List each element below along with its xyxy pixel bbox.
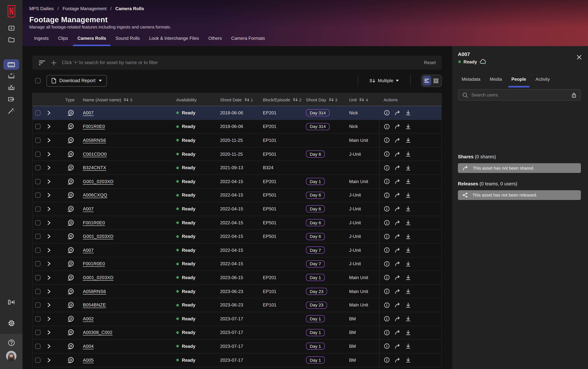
sidebar-item-player[interactable] <box>0 24 22 32</box>
column-header-day[interactable]: Shoot Day3 <box>299 97 341 102</box>
share-button[interactable] <box>394 302 400 308</box>
asset-name-link[interactable]: A00308_C002 <box>83 330 112 335</box>
chevron-right-icon[interactable] <box>47 165 51 171</box>
filter-lines-icon[interactable] <box>39 60 45 65</box>
share-button[interactable] <box>394 206 400 212</box>
row-checkbox[interactable] <box>35 247 40 253</box>
tab-sound-rolls[interactable]: Sound Rolls <box>116 36 140 46</box>
download-button[interactable] <box>405 151 411 157</box>
add-filter-icon[interactable] <box>51 60 57 65</box>
share-button[interactable] <box>394 247 400 253</box>
asset-name-link[interactable]: A007 <box>83 247 94 253</box>
download-button[interactable] <box>405 343 411 349</box>
share-button[interactable] <box>394 316 400 321</box>
sort-dropdown[interactable]: Multiple <box>369 78 399 83</box>
table-row[interactable]: G001_0203XD Ready 2022-04-15 EP501 Day 6… <box>33 230 441 244</box>
reset-button[interactable]: Reset <box>424 60 436 65</box>
column-header-ep[interactable]: Block/Episode2 <box>256 97 299 102</box>
breadcrumb-item[interactable]: MPS Dailies <box>29 6 54 11</box>
select-all-checkbox[interactable] <box>35 78 40 83</box>
info-button[interactable] <box>384 138 389 143</box>
chevron-right-icon[interactable] <box>47 110 51 115</box>
breadcrumb-item[interactable]: Footage Management <box>62 6 107 11</box>
download-button[interactable] <box>405 220 411 226</box>
row-checkbox[interactable] <box>35 330 40 335</box>
row-checkbox[interactable] <box>35 358 40 363</box>
info-button[interactable] <box>384 288 389 294</box>
info-button[interactable] <box>384 316 389 322</box>
table-row[interactable]: A007 Ready 2022-04-15 EP501 Day 6 J-Unit <box>33 202 441 216</box>
chevron-right-icon[interactable] <box>47 358 51 363</box>
download-button[interactable] <box>405 179 411 184</box>
share-button[interactable] <box>394 179 400 184</box>
table-row[interactable]: A058RNS6 Ready 2023-06-23 EP101 Day 23 M… <box>33 285 441 298</box>
chevron-right-icon[interactable] <box>47 193 51 198</box>
row-checkbox[interactable] <box>35 179 40 184</box>
info-button[interactable] <box>384 220 389 226</box>
asset-name-link[interactable]: G001_0203XD <box>83 179 113 184</box>
chevron-right-icon[interactable] <box>47 179 51 184</box>
asset-search-bar[interactable]: Click '+' to search for asset by name or… <box>32 56 442 70</box>
row-checkbox[interactable] <box>35 124 40 129</box>
tab-look-interchange-files[interactable]: Look & Interchange Files <box>149 36 199 46</box>
info-button[interactable] <box>384 165 389 171</box>
row-checkbox[interactable] <box>35 110 40 115</box>
row-checkbox[interactable] <box>35 261 40 266</box>
tab-ingests[interactable]: Ingests <box>34 36 49 46</box>
chevron-right-icon[interactable] <box>47 261 51 266</box>
table-row[interactable]: A00308_C002 Ready 2023-07-17 Day 1 BM <box>33 326 441 339</box>
info-button[interactable] <box>384 110 389 116</box>
download-button[interactable] <box>405 247 411 253</box>
row-checkbox[interactable] <box>35 220 40 225</box>
netflix-logo[interactable] <box>0 4 22 19</box>
info-button[interactable] <box>384 192 389 198</box>
download-button[interactable] <box>405 288 411 294</box>
download-button[interactable] <box>405 138 411 143</box>
asset-name-link[interactable]: F001R0E0 <box>83 220 105 225</box>
row-checkbox[interactable] <box>35 234 40 239</box>
share-button[interactable] <box>394 358 400 363</box>
row-checkbox[interactable] <box>35 344 40 349</box>
share-button[interactable] <box>394 220 400 225</box>
info-button[interactable] <box>384 275 389 280</box>
chevron-right-icon[interactable] <box>47 138 51 143</box>
chevron-right-icon[interactable] <box>47 289 51 294</box>
column-header-date[interactable]: Shoot Date1 <box>213 97 256 102</box>
share-button[interactable] <box>394 165 400 171</box>
column-header-actions[interactable]: Actions <box>379 97 441 102</box>
tab-others[interactable]: Others <box>208 36 222 46</box>
row-checkbox[interactable] <box>35 165 40 171</box>
info-button[interactable] <box>384 124 389 129</box>
column-header-type[interactable]: Type <box>54 97 78 102</box>
chevron-right-icon[interactable] <box>47 247 51 253</box>
column-header-avail[interactable]: Availability <box>169 97 213 102</box>
table-row[interactable]: A007 Ready 2022-04-15 Day 7 J-Unit <box>33 244 441 257</box>
user-search-input[interactable]: Search users <box>458 89 581 101</box>
asset-name-link[interactable]: A005 <box>83 358 94 363</box>
download-button[interactable] <box>405 234 411 239</box>
panel-tab-metadata[interactable]: Metadata <box>462 77 480 85</box>
list-view-button[interactable] <box>423 76 431 85</box>
row-checkbox[interactable] <box>35 206 40 212</box>
table-row[interactable]: A006CXQQ Ready 2022-04-15 EP501 Day 6 J-… <box>33 188 441 202</box>
panel-tab-people[interactable]: People <box>511 77 526 85</box>
share-button[interactable] <box>394 124 400 129</box>
table-row[interactable]: B054BNZE Ready 2023-06-23 EP101 Day 23 M… <box>33 298 441 312</box>
info-button[interactable] <box>384 179 389 184</box>
info-button[interactable] <box>384 343 389 349</box>
download-button[interactable] <box>405 275 411 280</box>
table-row[interactable]: A004 Ready 2023-07-17 Day 1 BM <box>33 339 441 353</box>
table-row[interactable]: G001_0203XD Ready 2023-06-15 EP201 Day 1… <box>33 271 441 285</box>
asset-name-link[interactable]: B324CNTX <box>83 165 106 171</box>
share-button[interactable] <box>394 289 400 294</box>
download-button[interactable] <box>405 330 411 335</box>
tab-camera-formats[interactable]: Camera Formats <box>231 36 265 46</box>
share-button[interactable] <box>394 138 400 143</box>
table-row[interactable]: B324CNTX Ready 2021-09-13 B324 <box>33 161 441 175</box>
chevron-right-icon[interactable] <box>47 330 51 335</box>
info-button[interactable] <box>384 206 389 212</box>
asset-name-link[interactable]: F001R0E0 <box>83 261 105 266</box>
info-button[interactable] <box>384 302 389 308</box>
asset-name-link[interactable]: G001_0203XD <box>83 275 113 280</box>
row-checkbox[interactable] <box>35 152 40 157</box>
